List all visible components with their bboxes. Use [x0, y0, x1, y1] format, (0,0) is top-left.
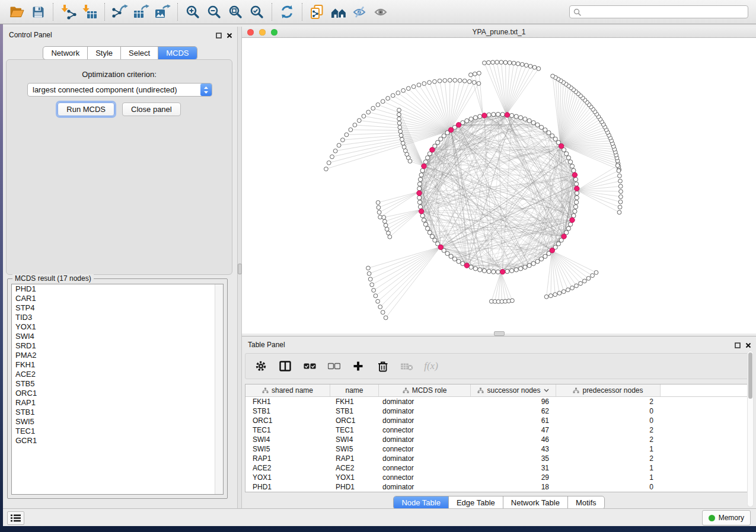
save-session-icon[interactable] — [27, 2, 49, 22]
horizontal-splitter-handle[interactable] — [494, 331, 505, 336]
list-scrollbar[interactable] — [215, 284, 223, 494]
function-builder-icon[interactable]: f(x) — [424, 358, 438, 374]
memory-status-dot — [709, 515, 715, 521]
search-input[interactable] — [583, 7, 744, 17]
mcds-node-item[interactable]: CAR1 — [12, 294, 223, 303]
export-table-icon[interactable] — [130, 2, 152, 22]
export-image-icon[interactable] — [152, 2, 173, 22]
close-panel-icon[interactable] — [227, 30, 232, 41]
column-header-successor-nodes[interactable]: successor nodes — [471, 384, 556, 396]
cell — [661, 397, 748, 406]
clone-network-icon[interactable] — [307, 2, 328, 22]
mcds-node-item[interactable]: YOX1 — [12, 322, 223, 332]
table-row[interactable]: TEC1TEC1connector472 — [245, 425, 748, 435]
cell: SWI5 — [330, 444, 379, 454]
tab-network-table[interactable]: Network Table — [503, 496, 568, 509]
float-panel-icon[interactable] — [216, 30, 222, 41]
control-panel-title: Control Panel — [9, 31, 52, 39]
zoom-out-icon[interactable] — [203, 2, 225, 22]
refresh-view-icon[interactable] — [276, 2, 298, 22]
delete-rows-icon[interactable] — [375, 358, 390, 374]
tab-select[interactable]: Select — [121, 47, 158, 59]
memory-button[interactable]: Memory — [702, 510, 751, 525]
column-header-name[interactable]: name — [330, 384, 379, 396]
mcds-node-item[interactable]: TID3 — [12, 313, 223, 322]
add-row-icon[interactable] — [351, 358, 365, 374]
tab-motifs[interactable]: Motifs — [568, 496, 604, 509]
mcds-node-item[interactable]: TEC1 — [12, 427, 223, 436]
show-columns-icon[interactable] — [278, 358, 292, 374]
zoom-fit-icon[interactable] — [225, 2, 246, 22]
status-menu-button[interactable] — [7, 511, 24, 525]
mcds-node-item[interactable]: STP4 — [12, 303, 223, 313]
mcds-node-item[interactable]: STB1 — [12, 408, 223, 417]
export-network-icon[interactable] — [109, 2, 130, 22]
table-scrollbar[interactable] — [747, 351, 754, 507]
cell — [661, 473, 748, 482]
open-file-icon[interactable] — [6, 2, 27, 22]
mcds-node-item[interactable]: ORC1 — [12, 389, 223, 398]
mcds-node-item[interactable]: FKH1 — [12, 360, 223, 370]
search-icon — [573, 8, 581, 16]
table-panel: Table Panel — [242, 336, 756, 511]
cell: STB1 — [330, 406, 379, 416]
window-minimize-light[interactable] — [259, 29, 266, 36]
clear-table-icon[interactable] — [400, 358, 414, 374]
window-close-light[interactable] — [247, 29, 254, 36]
select-all-rows-icon[interactable] — [302, 358, 317, 374]
tab-node-table[interactable]: Node Table — [394, 496, 449, 509]
optimization-criterion-label: Optimization criterion: — [7, 70, 232, 79]
deselect-all-rows-icon[interactable] — [327, 358, 341, 374]
mcds-node-item[interactable]: PMA2 — [12, 351, 223, 360]
table-row[interactable]: SWI4SWI4dominator462 — [245, 435, 748, 444]
table-scrollbar-thumb[interactable] — [748, 352, 752, 399]
network-overview-icon[interactable] — [328, 2, 349, 22]
tab-mcds[interactable]: MCDS — [158, 47, 196, 59]
mcds-node-item[interactable]: SWI5 — [12, 417, 223, 427]
cell: 62 — [471, 406, 556, 416]
column-header-MCDS-role[interactable]: MCDS role — [379, 384, 471, 396]
table-row[interactable]: SWI5SWI5connector431 — [245, 444, 748, 454]
mcds-node-item[interactable]: RAP1 — [12, 398, 223, 408]
table-row[interactable]: RAP1RAP1dominator352 — [245, 454, 748, 463]
zoom-in-icon[interactable] — [182, 2, 203, 22]
show-graphics-details-icon[interactable] — [371, 2, 392, 22]
column-header-shared-name[interactable]: shared name — [245, 384, 330, 396]
mcds-node-item[interactable]: PHD1 — [12, 284, 223, 294]
cell: PHD1 — [245, 482, 330, 492]
network-canvas[interactable] — [242, 38, 756, 334]
table-row[interactable]: ACE2ACE2connector311 — [245, 463, 748, 473]
optimization-criterion-select[interactable]: largest connected component (undirected) — [27, 83, 212, 97]
table-row[interactable]: FKH1FKH1dominator962 — [245, 397, 748, 406]
tab-edge-table[interactable]: Edge Table — [449, 496, 503, 509]
import-network-icon[interactable] — [58, 2, 79, 22]
vertical-splitter[interactable] — [237, 27, 242, 508]
tab-network[interactable]: Network — [43, 47, 88, 59]
hide-graphics-details-icon[interactable] — [349, 2, 371, 22]
mcds-node-item[interactable]: ACE2 — [12, 370, 223, 379]
mcds-node-item[interactable]: STB5 — [12, 379, 223, 389]
cell: connector — [379, 463, 471, 473]
close-panel-button[interactable]: Close panel — [122, 102, 181, 116]
table-row[interactable]: ORC1ORC1dominator610 — [245, 416, 748, 425]
table-row[interactable]: YOX1YOX1connector291 — [245, 473, 748, 482]
cell: 47 — [471, 425, 556, 435]
close-panel-icon[interactable] — [745, 340, 751, 351]
table-row[interactable]: PHD1PHD1dominator180 — [245, 482, 748, 492]
window-zoom-light[interactable] — [271, 29, 277, 36]
toolbar-separator — [272, 3, 272, 21]
table-row[interactable]: STB1STB1dominator620 — [245, 406, 748, 416]
mcds-result-legend: MCDS result (17 nodes) — [12, 274, 94, 283]
run-mcds-button[interactable]: Run MCDS — [58, 102, 114, 116]
table-settings-icon[interactable] — [254, 358, 268, 374]
mcds-node-item[interactable]: SRD1 — [12, 341, 223, 351]
cell: TEC1 — [245, 425, 330, 435]
mcds-node-item[interactable]: GCR1 — [12, 436, 223, 446]
tab-style[interactable]: Style — [88, 47, 121, 59]
import-table-icon[interactable] — [79, 2, 100, 22]
float-panel-icon[interactable] — [735, 340, 741, 351]
splitter-handle[interactable] — [238, 264, 242, 274]
zoom-selected-icon[interactable] — [246, 2, 267, 22]
column-header-predecessor-nodes[interactable]: predecessor nodes — [556, 384, 661, 396]
mcds-node-item[interactable]: SWI4 — [12, 332, 223, 341]
